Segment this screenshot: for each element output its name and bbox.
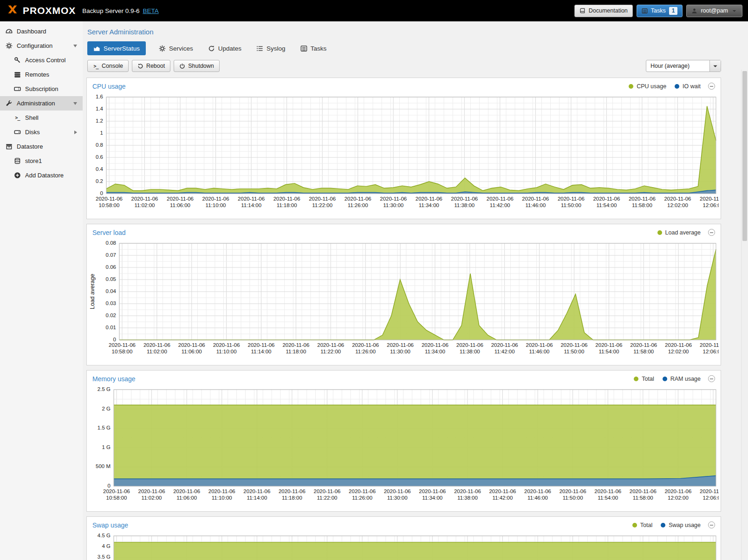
tree-expanded-icon[interactable] [73,102,77,105]
chart-legend: Total Swap usage [632,522,701,528]
panel-title: Swap usage [92,521,128,529]
tab-label: Updates [218,45,241,52]
y-tick-label: 2 G [89,406,111,411]
tab-updates[interactable]: Updates [206,41,243,55]
chart-plot [89,241,719,340]
legend-label: Total [640,522,652,528]
sidebar-item-label: Subscription [25,85,59,92]
plus-circle-icon [14,172,21,179]
sidebar-item-shell[interactable]: >_ Shell [0,111,83,125]
legend-item-io-wait[interactable]: IO wait [675,83,701,90]
sidebar-item-disks[interactable]: Disks [0,125,83,139]
tasks-button[interactable]: Tasks 1 [637,5,683,17]
tasks-count-badge: 1 [669,7,678,15]
tab-syslog[interactable]: Syslog [254,41,287,55]
collapse-icon[interactable] [708,521,715,528]
reboot-label: Reboot [146,63,165,69]
timeframe-select[interactable]: Hour (average) [646,60,721,72]
y-axis-title: Load average [89,243,96,340]
console-button[interactable]: >_ Console [87,60,129,72]
y-tick-label: 1.5 G [89,425,111,430]
legend-dot [675,84,679,89]
header-actions: Documentation Tasks 1 root@pam [574,5,742,17]
documentation-button[interactable]: Documentation [574,5,633,17]
chevron-down-icon [712,63,719,70]
list-icon [642,8,648,14]
cpu-usage-panel: CPU usage CPU usage IO wait 00.20.40.60.… [86,78,721,219]
server-load-panel: Server load Load average 00.010.020.030.… [86,224,721,365]
collapse-icon[interactable] [708,375,715,382]
documentation-label: Documentation [589,7,628,14]
swap-usage-panel: Swap usage Total Swap usage 0500 M1 G1.5… [86,516,721,560]
terminal-icon: >_ [14,114,21,121]
panel-title: Server load [92,229,126,236]
server-icon [14,71,21,78]
status-toolbar: >_ Console Reboot Shutdown Hour (average… [87,60,721,72]
power-icon [179,63,185,69]
legend-label: Load average [665,229,701,236]
y-tick-label: 0.2 [89,178,103,184]
reboot-icon [137,63,143,69]
x-tick-label: 2020-11-0612:06:00 [692,195,719,208]
tree-expanded-icon[interactable] [73,45,77,47]
app-header: PROXMOX Backup Server 0.9-6 BETA Documen… [0,0,748,21]
tab-tasks[interactable]: Tasks [299,41,329,55]
panel-title: CPU usage [92,83,126,90]
y-tick-label: 0.6 [89,154,103,160]
chart-legend: CPU usage IO wait [629,83,701,90]
legend-label: Swap usage [669,522,701,528]
ticket-icon [14,85,21,92]
beta-link[interactable]: BETA [143,7,158,14]
sidebar-item-dashboard[interactable]: Dashboard [0,24,83,39]
sidebar-item-label: Administration [17,100,55,107]
sidebar-item-label: Dashboard [17,28,46,35]
tab-bar: ServerStatus Services Updates Syslog [87,41,721,55]
legend-item-load-average[interactable]: Load average [657,229,701,236]
tab-services[interactable]: Services [157,41,195,55]
sidebar-item-label: Remotes [25,71,49,78]
vertical-scrollbar[interactable] [741,70,748,560]
user-menu-button[interactable]: root@pam [686,5,742,17]
legend-dot [634,377,638,381]
legend-dot [663,377,667,381]
y-tick-label: 1 G [89,444,111,450]
sidebar-item-label: Datastore [17,143,43,150]
sidebar-item-access-control[interactable]: Access Control [0,53,83,67]
legend-item-cpu-usage[interactable]: CPU usage [629,83,666,90]
collapse-icon[interactable] [708,229,715,236]
scrollbar-thumb[interactable] [742,71,747,241]
swap-usage-chart: 0500 M1 G1.5 G2 G2.5 G3 G3.5 G4 G4.5 G20… [89,533,719,560]
legend-item-swap-usage[interactable]: Swap usage [661,522,701,528]
legend-item-ram-usage[interactable]: RAM usage [663,376,701,382]
collapse-icon[interactable] [708,83,715,90]
combo-trigger[interactable] [709,60,721,72]
sidebar-item-label: store1 [25,157,42,164]
sidebar-item-datastore[interactable]: Datastore [0,139,83,154]
legend-item-total[interactable]: Total [634,376,654,382]
sidebar-item-label: Shell [25,114,39,121]
product-version: Backup Server 0.9-6 [82,7,139,14]
tree-collapsed-icon[interactable] [74,130,77,134]
legend-item-total[interactable]: Total [632,522,652,528]
tab-serverstatus[interactable]: ServerStatus [87,41,146,55]
sidebar-item-label: Configuration [17,42,52,49]
chevron-down-icon [731,8,737,14]
shutdown-button[interactable]: Shutdown [174,60,220,72]
y-tick-label: 500 M [89,463,111,469]
reboot-button[interactable]: Reboot [132,60,170,72]
sidebar-item-remotes[interactable]: Remotes [0,67,83,82]
hdd-icon [14,129,21,136]
panel-title: Memory usage [92,375,136,383]
sidebar-item-add-datastore[interactable]: Add Datastore [0,168,83,182]
gears-icon [159,45,166,52]
chart-plot [89,94,719,194]
chart-plot [89,533,719,560]
sidebar-item-store1[interactable]: store1 [0,154,83,168]
sidebar-item-administration[interactable]: Administration [0,96,83,111]
legend-label: CPU usage [637,83,666,90]
tab-label: Services [169,45,193,52]
terminal-icon: >_ [93,63,99,69]
sidebar-item-subscription[interactable]: Subscription [0,82,83,96]
y-tick-label: 2.5 G [89,387,111,392]
sidebar-item-configuration[interactable]: Configuration [0,39,83,53]
